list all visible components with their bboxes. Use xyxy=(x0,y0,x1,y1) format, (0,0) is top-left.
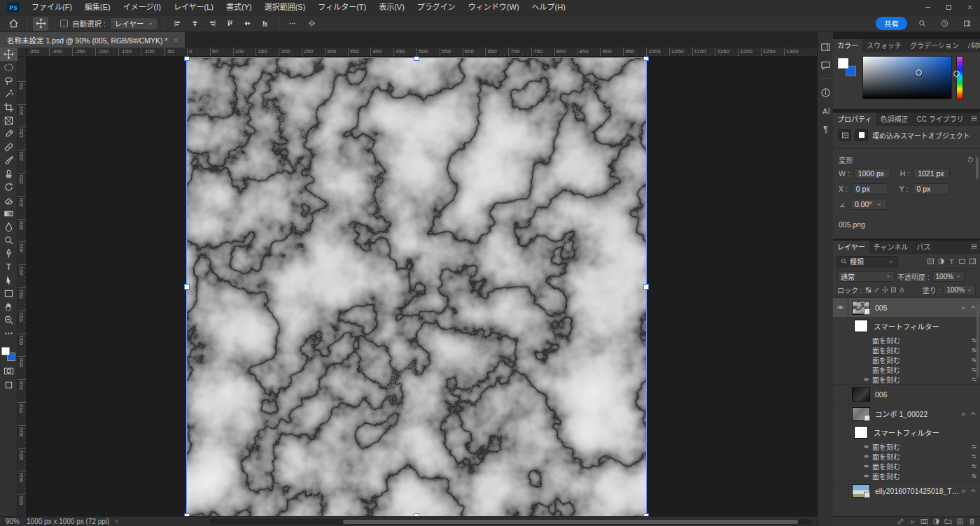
filter-blending-options-icon[interactable] xyxy=(971,463,977,469)
color-fg-bg-swatches[interactable] xyxy=(838,58,856,76)
transform-reset-icon[interactable] xyxy=(967,156,974,164)
workspace-switcher-icon[interactable] xyxy=(959,17,974,31)
move-tool[interactable] xyxy=(0,48,18,61)
color-field[interactable] xyxy=(862,56,952,99)
blur-tool[interactable] xyxy=(0,220,18,234)
smart-filter-row[interactable]: 面を刻む xyxy=(833,345,980,355)
crop-tool[interactable] xyxy=(0,101,18,114)
search-icon[interactable] xyxy=(914,17,930,31)
layers-tab-2[interactable]: パス xyxy=(912,241,934,254)
eye-icon[interactable] xyxy=(860,441,872,451)
blend-mode-select[interactable]: 通常 xyxy=(837,271,895,282)
align-bottom-icon[interactable] xyxy=(258,17,273,31)
smart-filter-row[interactable]: 面を刻む xyxy=(833,355,980,364)
canvas-viewport[interactable] xyxy=(27,57,817,516)
eye-empty[interactable] xyxy=(860,335,872,345)
edit-toolbar-button[interactable] xyxy=(0,327,18,340)
ruler-top[interactable]: -350-300-250-200-150-100-500501001502002… xyxy=(27,48,817,57)
eye-empty[interactable] xyxy=(833,481,848,500)
menu-item[interactable]: 選択範囲(S) xyxy=(258,0,312,15)
hand-tool[interactable] xyxy=(0,300,18,313)
menu-item[interactable]: ヘルプ(H) xyxy=(526,0,572,15)
layer-style-fx-icon[interactable] xyxy=(909,518,916,525)
menu-item[interactable]: 書式(Y) xyxy=(220,0,258,15)
transform-handle-middle-right[interactable] xyxy=(643,284,649,290)
eye-empty[interactable] xyxy=(860,364,872,374)
horizontal-scrollbar-thumb[interactable] xyxy=(343,520,798,524)
eye-icon[interactable] xyxy=(860,461,872,471)
path-selection-tool[interactable] xyxy=(0,273,18,287)
layer-row[interactable]: elly20160701425018_TP_V xyxy=(833,481,980,500)
comments-panel-icon[interactable] xyxy=(818,56,834,74)
transform-handle-middle-left[interactable] xyxy=(184,284,190,290)
eye-icon[interactable] xyxy=(860,471,872,481)
hue-slider[interactable] xyxy=(956,56,963,99)
filter-blending-options-icon[interactable] xyxy=(971,453,977,460)
smart-filter-mask-thumbnail[interactable] xyxy=(854,320,868,332)
layers-tab-0[interactable]: レイヤー xyxy=(833,241,869,254)
layer-row[interactable]: コンポ 1_00022 xyxy=(833,404,980,423)
eye-empty[interactable] xyxy=(833,385,848,404)
hue-slider-handle[interactable] xyxy=(953,71,960,77)
layers-tab-1[interactable]: チャンネル xyxy=(869,241,913,254)
align-center-vertical-icon[interactable] xyxy=(240,17,255,31)
smart-filter-row[interactable]: 面を刻む xyxy=(833,451,980,461)
menu-item[interactable]: 表示(V) xyxy=(372,0,411,15)
link-layers-icon[interactable] xyxy=(897,518,904,525)
properties-panel-menu-icon[interactable] xyxy=(970,115,978,122)
eye-icon[interactable] xyxy=(833,298,848,317)
quick-mask-icon[interactable] xyxy=(0,364,18,378)
eraser-tool[interactable] xyxy=(0,194,18,207)
status-popup-chevron-icon[interactable] xyxy=(113,518,120,525)
properties-tab-2[interactable]: CC ライブラリ xyxy=(912,113,967,126)
lock-position-icon[interactable] xyxy=(882,287,888,293)
layer-row[interactable]: 005 xyxy=(833,297,980,317)
y-field[interactable]: 0 px xyxy=(913,183,949,194)
share-button[interactable]: 共有 xyxy=(876,17,907,30)
foreground-background-swatches[interactable] xyxy=(1,347,15,361)
zoom-tool[interactable] xyxy=(0,313,18,327)
document-tab[interactable]: 名称未設定 1.psd @ 90% (005, RGB/8#/CMYK) * xyxy=(0,32,186,48)
properties-tab-1[interactable]: 色調補正 xyxy=(876,113,912,126)
transform-handle-top-left[interactable] xyxy=(184,57,190,61)
brush-tool[interactable] xyxy=(0,154,18,167)
properties-tab-0[interactable]: プロパティ xyxy=(833,113,876,126)
menu-item[interactable]: イメージ(I) xyxy=(117,0,167,15)
history-brush-tool[interactable] xyxy=(0,180,18,194)
smart-filter-mask-thumbnail[interactable] xyxy=(854,426,868,439)
transform-handle-top-middle[interactable] xyxy=(414,57,419,61)
collapse-smart-filters-icon[interactable] xyxy=(969,410,977,418)
color-tab-1[interactable]: スウォッチ xyxy=(862,39,906,52)
menu-item[interactable]: レイヤー(L) xyxy=(167,0,220,15)
clone-stamp-tool[interactable] xyxy=(0,167,18,180)
align-left-icon[interactable] xyxy=(170,17,186,31)
libraries-panel-icon[interactable] xyxy=(818,38,834,56)
new-group-icon[interactable] xyxy=(944,518,952,525)
smart-filter-row[interactable]: 面を刻む xyxy=(833,471,980,481)
filter-shape-layers-icon[interactable] xyxy=(958,257,966,265)
home-icon[interactable] xyxy=(6,17,21,31)
color-tab-2[interactable]: グラデーション xyxy=(906,39,963,52)
width-field[interactable]: 1000 px xyxy=(854,168,890,179)
height-field[interactable]: 1021 px xyxy=(913,168,950,179)
type-tool[interactable] xyxy=(0,260,18,273)
filter-blending-options-icon[interactable] xyxy=(971,473,977,479)
color-field-cursor[interactable] xyxy=(916,69,922,76)
smart-filter-row[interactable]: 面を刻む xyxy=(833,335,980,345)
minimize-button[interactable] xyxy=(917,0,938,15)
close-tab-icon[interactable] xyxy=(173,37,179,43)
menu-item[interactable]: プラグイン xyxy=(411,0,462,15)
adjustment-layer-icon[interactable] xyxy=(932,518,940,525)
eye-empty[interactable] xyxy=(860,355,872,364)
filter-type-layers-icon[interactable] xyxy=(948,257,955,265)
smart-filter-row[interactable]: 面を刻む xyxy=(833,441,980,451)
foreground-color-swatch[interactable] xyxy=(1,347,10,355)
lasso-tool[interactable] xyxy=(0,74,18,87)
maximize-button[interactable] xyxy=(938,0,959,15)
eye-icon[interactable] xyxy=(860,451,872,461)
delete-layer-icon[interactable] xyxy=(968,518,976,525)
eye-empty[interactable] xyxy=(833,404,848,423)
eyedropper-tool[interactable] xyxy=(0,127,18,141)
lock-artboard-icon[interactable] xyxy=(890,287,897,293)
smart-filter-row[interactable]: 面を刻む xyxy=(833,364,980,374)
